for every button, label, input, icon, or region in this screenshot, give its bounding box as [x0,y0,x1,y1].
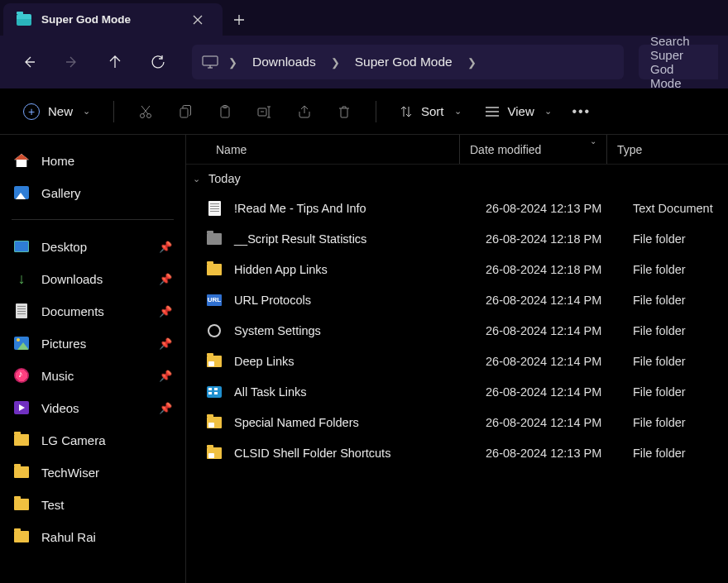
sort-label: Sort [421,104,444,118]
breadcrumb-item[interactable]: Super God Mode [348,55,459,69]
folder-icon [17,14,31,26]
file-row[interactable]: All Task Links26-08-2024 12:14 PMFile fo… [186,376,728,407]
file-type: File folder [623,355,728,368]
sidebar-item-label: TechWiser [41,466,99,480]
file-date: 26-08-2024 12:14 PM [476,355,623,368]
file-name: CLSID Shell Folder Shortcuts [234,447,476,460]
close-icon [193,15,203,25]
folder-badge-icon [206,445,223,461]
sidebar-item-folder[interactable]: Test [5,489,180,520]
sidebar-item-folder[interactable]: Rahul Rai [5,521,180,552]
cut-button[interactable] [127,96,164,127]
sidebar-item-desktop[interactable]: Desktop 📌 [5,231,180,262]
nav-forward-button[interactable] [53,45,91,79]
tab-active[interactable]: Super God Mode [3,3,223,36]
file-row[interactable]: CLSID Shell Folder Shortcuts26-08-2024 1… [186,437,728,468]
share-icon [297,104,312,119]
file-row[interactable]: Hidden App Links26-08-2024 12:18 PMFile … [186,254,728,284]
file-type: File folder [623,324,728,337]
nav-refresh-button[interactable] [139,45,177,79]
column-header-name[interactable]: Name [186,143,459,156]
group-header[interactable]: ⌄ Today [186,165,728,193]
sidebar-item-documents[interactable]: Documents 📌 [5,295,180,327]
file-row[interactable]: __Script Result Statistics26-08-2024 12:… [186,223,728,254]
file-type: Text Document [623,202,728,215]
trash-icon [337,104,352,119]
nav-back-button[interactable] [10,45,48,79]
sidebar-item-label: Desktop [41,240,87,254]
column-header-type[interactable]: Type [606,135,728,164]
file-type: File folder [623,385,728,399]
search-input[interactable]: Search Super God Mode [639,45,718,79]
new-button[interactable]: + New ⌄ [13,96,100,127]
tasks-folder-icon [206,384,223,400]
file-date: 26-08-2024 12:14 PM [476,416,623,429]
separator [376,101,376,122]
view-button[interactable]: View ⌄ [475,96,562,127]
tab-close-button[interactable] [186,8,209,31]
paste-button[interactable] [207,96,243,127]
delete-button[interactable] [326,96,362,127]
sidebar-item-folder[interactable]: TechWiser [5,456,180,488]
text-file-icon [206,200,223,217]
view-label: View [508,104,534,118]
pin-icon: 📌 [159,370,172,382]
new-tab-button[interactable] [223,3,256,36]
sidebar-item-music[interactable]: Music 📌 [5,360,180,391]
file-name: Hidden App Links [234,263,476,276]
url-folder-icon: URL [206,292,223,308]
sidebar-item-folder[interactable]: LG Camera [5,424,180,456]
sidebar-item-videos[interactable]: Videos 📌 [5,392,180,423]
file-name: !Read Me - Tips And Info [234,202,476,215]
pin-icon: 📌 [159,402,172,414]
file-row[interactable]: Deep Links26-08-2024 12:14 PMFile folder [186,346,728,376]
nav-up-button[interactable] [96,45,134,79]
this-pc-icon[interactable] [200,55,220,69]
videos-icon [13,399,30,416]
home-icon [13,152,30,169]
sidebar-item-label: Test [41,498,65,512]
svg-rect-3 [180,108,188,117]
arrow-up-icon [108,55,122,69]
file-type: File folder [623,447,728,460]
file-date: 26-08-2024 12:14 PM [476,324,623,337]
folder-icon [13,528,30,545]
sort-indicator-icon: ⌄ [590,136,596,146]
file-row[interactable]: URLURL Protocols26-08-2024 12:14 PMFile … [186,284,728,315]
cut-icon [138,104,153,119]
chevron-down-icon: ⌄ [83,106,90,117]
svg-rect-0 [203,56,218,65]
sort-button[interactable]: Sort ⌄ [390,96,472,127]
breadcrumb-item[interactable]: Downloads [246,55,323,69]
sidebar-item-downloads[interactable]: ↓ Downloads 📌 [5,263,180,294]
file-row[interactable]: !Read Me - Tips And Info26-08-2024 12:13… [186,193,728,223]
rename-button[interactable] [247,96,283,127]
sidebar-item-gallery[interactable]: Gallery [5,177,180,208]
file-name: __Script Result Statistics [234,232,476,246]
file-row[interactable]: System Settings26-08-2024 12:14 PMFile f… [186,315,728,346]
column-header-date[interactable]: Date modified⌄ [459,135,606,164]
copy-button[interactable] [167,96,204,127]
pictures-icon [13,335,30,351]
sidebar-item-home[interactable]: Home [5,145,180,176]
view-icon [485,106,500,117]
plus-circle-icon: + [23,103,40,120]
rename-icon [256,104,273,119]
separator [113,101,114,122]
sidebar: Home Gallery Desktop 📌 ↓ Downloads 📌 Doc… [0,135,186,583]
sidebar-item-label: Downloads [41,272,103,286]
sidebar-item-pictures[interactable]: Pictures 📌 [5,327,180,359]
breadcrumb[interactable]: ❯ Downloads ❯ Super God Mode ❯ [192,45,624,79]
chevron-right-icon[interactable]: ❯ [222,56,244,69]
desktop-icon [13,238,30,255]
chevron-right-icon[interactable]: ❯ [461,56,483,69]
file-type: File folder [623,294,728,307]
file-row[interactable]: Special Named Folders26-08-2024 12:14 PM… [186,407,728,437]
file-name: Deep Links [234,355,476,368]
file-date: 26-08-2024 12:14 PM [476,385,623,399]
ellipsis-icon: ••• [572,104,591,119]
share-button[interactable] [286,96,323,127]
chevron-right-icon[interactable]: ❯ [324,56,347,69]
more-button[interactable]: ••• [565,104,598,119]
sidebar-item-label: Gallery [41,186,81,200]
